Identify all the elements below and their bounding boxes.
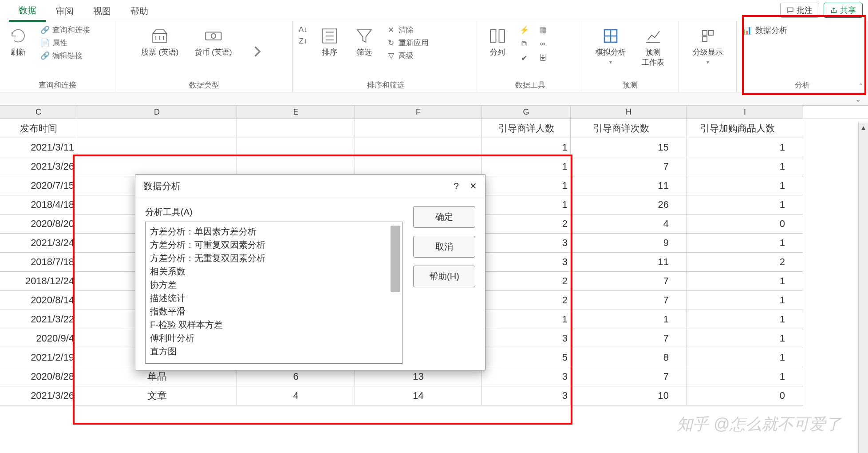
cell-G[interactable]: 2 [482,291,571,310]
tool-option[interactable]: 傅利叶分析 [150,331,398,345]
advanced-filter-button[interactable]: ▽高级 [386,51,429,61]
cell-I[interactable]: 1 [687,348,803,367]
cell-G[interactable]: 3 [482,253,571,272]
cell-H[interactable]: 9 [571,234,687,253]
outline-button[interactable]: 分级显示 ▾ [689,25,726,67]
flash-fill-button[interactable]: ⚡ [519,25,529,35]
ribbon-tab-help[interactable]: 帮助 [121,2,158,21]
cell-H[interactable]: 1 [571,310,687,329]
cell-G[interactable]: 1 [482,310,571,329]
cell-I[interactable]: 0 [687,215,803,234]
sort-za-button[interactable]: Z↓ [298,36,308,46]
cell-H[interactable]: 15 [571,138,687,157]
comments-button[interactable]: 批注 [780,3,819,18]
col-header-F[interactable]: F [355,106,482,119]
cell-C[interactable]: 2021/2/19 [0,348,77,367]
vertical-scrollbar[interactable]: ▴ [858,123,868,453]
cell-H[interactable]: 7 [571,157,687,176]
ribbon-tab-view[interactable]: 视图 [83,2,121,21]
cell-G[interactable]: 3 [482,367,571,386]
chevron-down-icon[interactable]: ⌄ [855,95,861,103]
cell-C[interactable]: 2018/4/18 [0,195,77,215]
header-E[interactable] [237,119,355,138]
header-F[interactable] [355,119,482,138]
tool-option[interactable]: 方差分析：可重复双因素分析 [150,238,398,251]
cell-E[interactable]: 4 [237,386,355,405]
cell-G[interactable]: 2 [482,272,571,291]
cell-C[interactable]: 2021/3/26 [0,386,77,405]
cell-H[interactable]: 4 [571,215,687,234]
share-button[interactable]: 共享 [824,3,863,18]
cell-I[interactable]: 1 [687,234,803,253]
cell-C[interactable]: 2018/12/24 [0,272,77,291]
cell-G[interactable]: 2 [482,215,571,234]
tool-option[interactable]: 协方差 [150,278,398,291]
stocks-button[interactable]: 股票 (英语) [138,25,182,59]
header-H[interactable]: 引导商详次数 [571,119,687,138]
tool-option[interactable]: 方差分析：无重复双因素分析 [150,251,398,265]
consolidate-button[interactable]: ▦ [538,25,548,35]
cell-C[interactable]: 2020/8/28 [0,367,77,386]
forecast-sheet-button[interactable]: 预测 工作表 [638,25,668,69]
cell-G[interactable]: 1 [482,138,571,157]
tool-option[interactable]: 描述统计 [150,291,398,305]
text-to-columns-button[interactable]: 分列 [485,25,510,59]
cell-C[interactable]: 2020/7/15 [0,176,77,195]
cell-I[interactable]: 1 [687,367,803,386]
cell-I[interactable]: 1 [687,329,803,348]
cell-G[interactable]: 5 [482,348,571,367]
data-type-nav[interactable] [245,40,270,63]
cancel-button[interactable]: 取消 [413,236,475,258]
cell-H[interactable]: 10 [571,386,687,405]
tool-option[interactable]: 直方图 [150,345,398,358]
data-analysis-button[interactable]: 📊 数据分析 [742,25,787,36]
tool-option[interactable]: F-检验 双样本方差 [150,318,398,331]
what-if-button[interactable]: 模拟分析 ▾ [592,25,629,67]
col-header-E[interactable]: E [237,106,355,119]
col-header-D[interactable]: D [77,106,237,119]
cell-C[interactable]: 2021/3/22 [0,310,77,329]
help-button[interactable]: 帮助(H) [413,266,475,287]
cell-I[interactable]: 1 [687,291,803,310]
cell-G[interactable]: 1 [482,176,571,195]
clear-filter-button[interactable]: ✕清除 [386,25,429,35]
sort-az-button[interactable]: A↓ [298,25,308,35]
col-header-I[interactable]: I [687,106,803,119]
cell-E[interactable] [237,138,355,157]
sort-button[interactable]: 排序 [317,25,343,59]
cell-C[interactable]: 2021/3/24 [0,234,77,253]
cell-C[interactable]: 2020/9/4 [0,329,77,348]
ribbon-tab-data[interactable]: 数据 [9,1,46,22]
properties-button[interactable]: 📄属性 [40,38,90,48]
cell-H[interactable]: 11 [571,253,687,272]
header-D[interactable] [77,119,237,138]
cell-I[interactable]: 1 [687,195,803,215]
tool-listbox[interactable]: 方差分析：单因素方差分析方差分析：可重复双因素分析方差分析：无重复双因素分析相关… [145,222,402,364]
cell-F[interactable] [355,157,482,176]
cell-G[interactable]: 1 [482,195,571,215]
cell-D[interactable] [77,157,237,176]
ribbon-tab-review[interactable]: 审阅 [46,2,83,21]
cell-I[interactable]: 1 [687,310,803,329]
col-header-H[interactable]: H [571,106,687,119]
col-header-G[interactable]: G [482,106,571,119]
currency-button[interactable]: 货币 (英语) [191,25,236,59]
cell-D[interactable] [77,138,237,157]
refresh-all-button[interactable]: 刷新 [5,25,31,59]
cell-G[interactable]: 1 [482,157,571,176]
cell-I[interactable]: 1 [687,157,803,176]
scroll-up-icon[interactable]: ▴ [859,123,868,132]
ok-button[interactable]: 确定 [413,206,475,228]
cell-C[interactable]: 2018/7/18 [0,253,77,272]
reapply-button[interactable]: ↻重新应用 [386,38,429,48]
queries-connections-button[interactable]: 🔗查询和连接 [40,25,90,35]
dialog-close-icon[interactable]: ✕ [470,181,477,191]
cell-I[interactable]: 1 [687,272,803,291]
cell-C[interactable]: 2020/8/20 [0,215,77,234]
tool-option[interactable]: 指数平滑 [150,305,398,318]
col-header-C[interactable]: C [0,106,77,119]
cell-G[interactable]: 3 [482,329,571,348]
data-validation-button[interactable]: ✔ [519,53,529,63]
header-G[interactable]: 引导商详人数 [482,119,571,138]
filter-button[interactable]: 筛选 [351,25,377,59]
